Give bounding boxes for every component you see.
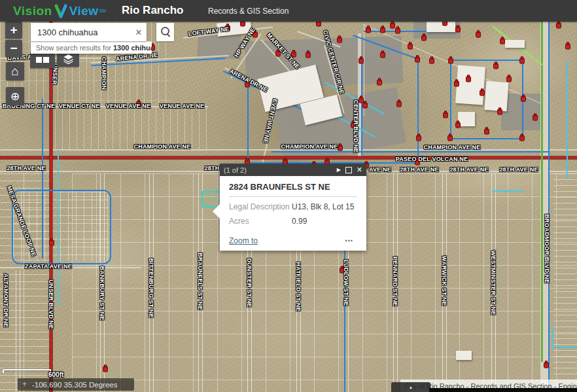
water-lateral-line	[324, 82, 385, 115]
terrain-patch	[196, 290, 406, 388]
building-footprint	[300, 94, 343, 125]
hydrant-marker	[253, 32, 258, 38]
street-line	[198, 173, 203, 392]
street-label: WARWICK ST NE	[441, 256, 447, 306]
popup-dock-button[interactable]	[345, 166, 352, 175]
building-footprint	[217, 22, 252, 37]
hydrant-marker	[484, 129, 489, 135]
street-label: LOFT WAY NE	[188, 26, 229, 37]
search-box: ✕	[31, 23, 147, 41]
attribute-value: U13, Blk 8, Lot 15	[292, 202, 354, 211]
water-line	[548, 22, 550, 392]
logo-view-text: View	[69, 4, 99, 18]
popup-attribute-row: Legal Description U13, Blk 8, Lot 15	[229, 202, 357, 211]
street-label: BRAUNFELS ST NE	[197, 253, 203, 310]
search-suggestion-item[interactable]: Show search results for 1300 chihuahua	[31, 41, 152, 54]
street-label: VENUE AVE NE	[106, 103, 150, 109]
building-footprint	[485, 81, 509, 111]
hydrant-marker	[275, 51, 281, 57]
reclaimed-water-line	[541, 22, 543, 362]
hydrant-marker	[500, 39, 505, 45]
parcel-grid	[0, 173, 50, 392]
water-line	[450, 60, 451, 139]
popup-close-button[interactable]: ✕	[357, 166, 362, 175]
scale-bar-line	[3, 369, 51, 370]
water-lateral-line	[567, 61, 568, 179]
hydrant-marker	[506, 77, 512, 82]
water-lateral-line	[552, 328, 553, 348]
street-label: 28TH AVE NE	[449, 166, 488, 173]
popup-body: 2824 BRAUNFELS ST NE Legal Description U…	[220, 176, 366, 251]
hydrant-marker	[415, 160, 420, 166]
hydrant-marker	[136, 101, 141, 107]
major-road-line	[0, 156, 577, 159]
street-label: BROADMOOR BLVD NE	[544, 214, 550, 283]
water-line	[364, 31, 453, 32]
search-submit-button[interactable]	[156, 23, 174, 41]
locate-icon: ⊕	[10, 90, 20, 103]
hydrant-marker	[476, 32, 481, 38]
hydrant-marker	[395, 28, 400, 34]
street-label: LUDLOW ST NE	[343, 260, 349, 306]
street-line	[224, 67, 328, 119]
crosshair-icon: +	[21, 381, 28, 388]
logo-sm-mark: SM	[99, 9, 107, 13]
locate-button[interactable]: ⊕	[6, 87, 24, 105]
app-window: Vision View SM Rio Rancho Records & GIS …	[0, 0, 577, 392]
hydrant-marker	[455, 27, 461, 33]
search-clear-button[interactable]: ✕	[131, 27, 147, 38]
water-line	[417, 58, 419, 163]
popup-menu-button[interactable]: •••	[341, 237, 357, 245]
terrain-patch	[36, 215, 173, 300]
street-line	[90, 55, 229, 63]
parking-lot	[501, 94, 544, 130]
hydrant-marker	[443, 113, 448, 118]
parking-lot	[413, 22, 461, 39]
street-label: PASEO DEL VOLCAN NE	[396, 156, 468, 162]
street-line	[540, 22, 549, 392]
hydrant-marker	[291, 52, 296, 58]
hydrant-marker	[493, 63, 498, 69]
home-extent-button[interactable]: ⌂	[6, 62, 24, 80]
street-label: ARENA DR NE	[228, 67, 269, 93]
street-line	[100, 173, 105, 392]
street-line	[0, 149, 577, 151]
boundary-line	[364, 24, 364, 116]
coordinates-text: -106.690 35.305 Degrees	[32, 381, 117, 389]
water-lateral-line	[492, 190, 523, 192]
building-footprint	[456, 351, 472, 360]
zoom-in-button[interactable]: +	[5, 22, 22, 39]
hydrant-marker	[340, 268, 345, 274]
water-lateral-line	[304, 99, 376, 137]
zoom-out-button[interactable]: −	[5, 40, 22, 57]
popup-next-button[interactable]: ▶	[337, 166, 341, 175]
vision-view-logo[interactable]: Vision View SM	[13, 2, 106, 20]
terrain-patch	[39, 139, 209, 198]
street-line	[324, 45, 345, 113]
hydrant-marker	[408, 44, 413, 50]
street-line	[358, 33, 361, 159]
hydrant-marker	[306, 52, 311, 58]
hydrant-marker	[358, 98, 364, 103]
hydrant-marker	[497, 109, 502, 115]
street-label: BANKBURY ST NE	[99, 266, 105, 321]
scale-label: 600ft	[48, 371, 63, 378]
parcel-grid	[13, 192, 109, 261]
water-line	[353, 35, 418, 60]
building-footprint	[257, 65, 324, 113]
street-label: MESA GRANDE LOOP NE	[6, 185, 37, 257]
street-label: BITTENBURG ST NE	[148, 258, 154, 317]
basemap-gallery-button[interactable]	[30, 52, 55, 68]
street-label: CHAMPION AVE NE	[423, 144, 480, 151]
attribution-toggle-button[interactable]: ▲	[391, 382, 430, 392]
street-label: ALTAMONT DR NE	[3, 274, 9, 327]
basemap-icon	[36, 57, 42, 63]
zoom-to-link[interactable]: Zoom to	[229, 236, 341, 245]
water-lateral-line	[552, 347, 577, 348]
hydrant-marker	[480, 90, 485, 96]
water-lateral-line	[58, 150, 59, 306]
parking-lot	[245, 36, 403, 88]
water-line	[223, 71, 324, 120]
search-input[interactable]	[31, 27, 131, 37]
hydrant-marker	[416, 135, 421, 141]
